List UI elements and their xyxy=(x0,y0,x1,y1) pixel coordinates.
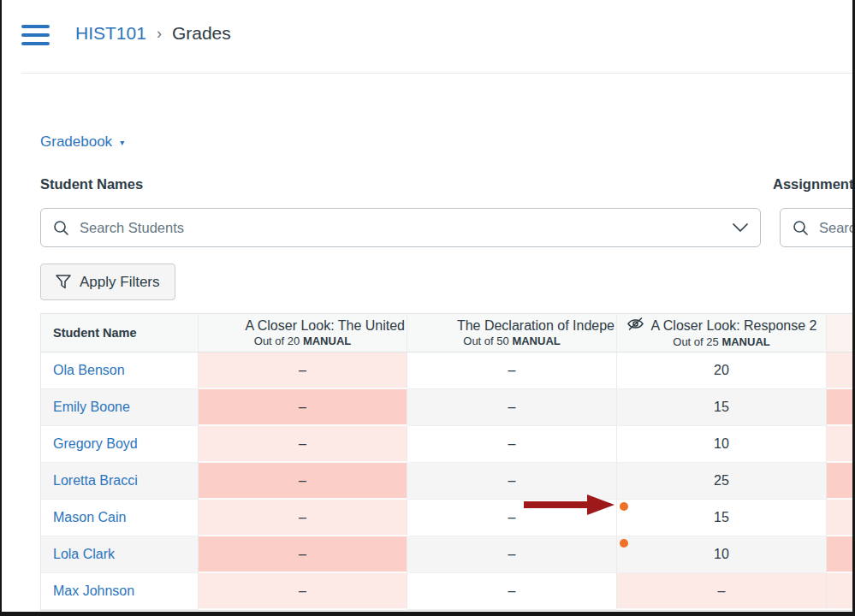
grade-cell[interactable]: 10 xyxy=(617,426,827,463)
assignment-names-label: Assignment Names xyxy=(773,176,855,192)
grade-cell[interactable]: – xyxy=(199,426,407,463)
student-link[interactable]: Loretta Bracci xyxy=(53,473,138,489)
grade-cell[interactable]: 15 xyxy=(617,389,827,426)
grade-cell[interactable]: – xyxy=(199,463,407,500)
search-icon xyxy=(53,220,69,236)
manual-posting-badge: MANUAL xyxy=(303,335,351,347)
points-possible: Out of 20 xyxy=(254,335,300,347)
student-link[interactable]: Max Johnson xyxy=(53,583,134,599)
grade-cell[interactable]: – xyxy=(407,500,617,536)
grade-cell[interactable]: – xyxy=(199,352,407,389)
manual-posting-badge: MANUAL xyxy=(721,335,769,348)
gradebook-menu-button[interactable]: Gradebook ▾ xyxy=(40,133,124,151)
assignment-column-header[interactable]: A Closer Look: Response 2 Out of 25 MANU… xyxy=(617,314,827,352)
grade-cell[interactable]: – xyxy=(199,573,407,610)
points-possible: Out of 50 xyxy=(463,335,508,347)
breadcrumb-current-page: Grades xyxy=(172,23,231,44)
caret-down-icon: ▾ xyxy=(120,138,124,147)
chevron-down-icon[interactable] xyxy=(733,223,748,233)
hidden-eye-slash-icon xyxy=(626,317,644,335)
breadcrumb-separator: › xyxy=(157,25,162,43)
search-icon xyxy=(793,220,809,236)
student-name-column-header[interactable]: Student Name xyxy=(41,314,199,352)
grade-cell[interactable]: – xyxy=(199,389,407,426)
grade-cell[interactable]: – xyxy=(407,573,617,610)
gradebook-menu-label: Gradebook xyxy=(40,133,112,151)
student-search-input[interactable] xyxy=(78,219,724,237)
grade-cell[interactable]: – xyxy=(617,573,827,610)
top-header: HIST101 › Grades xyxy=(0,0,855,73)
grade-value: 10 xyxy=(714,547,729,562)
unposted-grade-dot xyxy=(620,539,628,548)
table-row: Lola Clark – – 10 xyxy=(41,536,855,573)
grade-value: 15 xyxy=(714,510,729,525)
grade-cell[interactable]: 10 xyxy=(617,536,827,573)
gradebook-table: Student Name A Closer Look: The United O… xyxy=(40,313,855,611)
table-row: Mason Cain – – 15 xyxy=(41,500,855,536)
student-link[interactable]: Mason Cain xyxy=(53,510,126,525)
header-divider xyxy=(21,73,855,74)
apply-filters-label: Apply Filters xyxy=(80,274,160,291)
grade-cell[interactable]: – xyxy=(407,389,617,426)
hamburger-bar xyxy=(21,25,50,28)
student-search-box xyxy=(40,208,761,247)
hamburger-bar xyxy=(21,33,50,37)
partial-grade-cell[interactable] xyxy=(827,463,855,500)
unposted-grade-dot xyxy=(620,502,628,511)
hamburger-menu-icon[interactable] xyxy=(21,25,50,47)
grade-cell[interactable]: 15 xyxy=(617,500,827,536)
grade-cell[interactable]: – xyxy=(199,536,407,573)
table-header-row: Student Name A Closer Look: The United O… xyxy=(41,314,855,352)
grade-cell[interactable]: – xyxy=(199,500,407,536)
grade-cell[interactable]: 25 xyxy=(617,463,827,500)
grade-cell[interactable]: – xyxy=(407,426,617,463)
grade-cell[interactable]: – xyxy=(407,463,617,500)
assignment-title: A Closer Look: Response 2 xyxy=(651,317,817,334)
partial-grade-cell[interactable] xyxy=(827,573,855,610)
partial-grade-cell[interactable] xyxy=(827,426,855,463)
assignment-title: The Declaration of Indepe xyxy=(457,317,615,334)
hamburger-bar xyxy=(21,42,50,45)
grade-cell[interactable]: – xyxy=(407,536,617,573)
partial-grade-cell[interactable] xyxy=(827,536,855,573)
assignment-title: A Closer Look: The United xyxy=(246,317,405,334)
breadcrumb-course-link[interactable]: HIST101 xyxy=(75,23,146,44)
table-row: Emily Boone – – 15 xyxy=(41,389,855,426)
grade-cell[interactable]: 20 xyxy=(617,352,827,389)
manual-posting-badge: MANUAL xyxy=(512,335,560,347)
assignment-column-header[interactable]: The Declaration of Indepe Out of 50 MANU… xyxy=(407,314,617,352)
table-row: Loretta Bracci – – 25 xyxy=(41,463,855,500)
assignment-search-box xyxy=(780,208,855,247)
apply-filters-button[interactable]: Apply Filters xyxy=(40,264,175,300)
breadcrumb: HIST101 › Grades xyxy=(75,23,231,44)
assignment-column-header[interactable]: A Closer Look: The United Out of 20 MANU… xyxy=(199,314,407,352)
partial-grade-cell[interactable] xyxy=(827,352,855,389)
table-row: Gregory Boyd – – 10 xyxy=(41,426,855,463)
assignment-search-input[interactable] xyxy=(817,219,855,237)
student-link[interactable]: Gregory Boyd xyxy=(53,436,138,452)
student-link[interactable]: Emily Boone xyxy=(53,400,130,415)
table-row: Ola Benson – – 20 xyxy=(41,352,855,389)
student-names-label: Student Names xyxy=(40,176,143,192)
partial-column-header xyxy=(827,314,855,352)
student-link[interactable]: Ola Benson xyxy=(53,363,125,378)
partial-grade-cell[interactable] xyxy=(827,500,855,536)
table-row: Max Johnson – – – xyxy=(41,573,855,610)
grade-cell[interactable]: – xyxy=(407,352,617,389)
student-link[interactable]: Lola Clark xyxy=(53,547,115,562)
points-possible: Out of 25 xyxy=(673,335,718,348)
partial-grade-cell[interactable] xyxy=(827,389,855,426)
filter-funnel-icon xyxy=(56,275,71,289)
